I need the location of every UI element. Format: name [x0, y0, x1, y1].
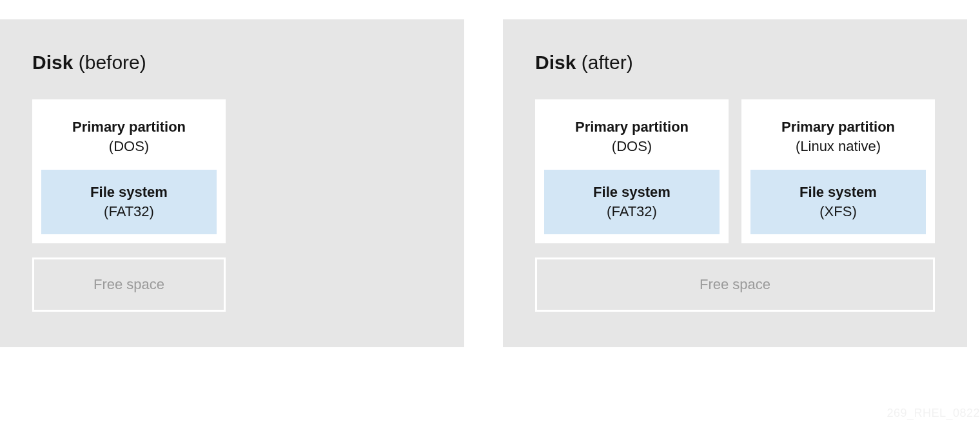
filesystem-box-xfs-after: File system (XFS) [750, 170, 926, 234]
watermark-label: 269_RHEL_0822 [887, 407, 980, 420]
disk-title-strong: Disk [32, 52, 73, 73]
partition-subtitle: (DOS) [41, 137, 217, 156]
disk-panel-before: Disk (before) Primary partition (DOS) Fi… [0, 19, 464, 347]
disk-title-strong: Disk [535, 52, 576, 73]
disk-title-after: Disk (after) [535, 52, 935, 74]
partition-label: Primary partition (DOS) [544, 117, 720, 156]
partition-title: Primary partition [544, 117, 720, 137]
fs-title: File system [48, 183, 210, 202]
filesystem-box-fat32-after: File system (FAT32) [544, 170, 720, 234]
filesystem-box-fat32-before: File system (FAT32) [41, 170, 217, 234]
fs-title: File system [551, 183, 713, 202]
fs-subtitle: (FAT32) [551, 202, 713, 221]
partition-card-dos-after: Primary partition (DOS) File system (FAT… [535, 99, 729, 243]
free-space-before: Free space [32, 257, 226, 312]
fs-subtitle: (FAT32) [48, 202, 210, 221]
disk-title-suffix: (before) [73, 52, 146, 73]
fs-subtitle: (XFS) [757, 202, 919, 221]
partition-label: Primary partition (DOS) [41, 117, 217, 156]
partitions-row-after: Primary partition (DOS) File system (FAT… [535, 99, 935, 243]
partitions-row-before: Primary partition (DOS) File system (FAT… [32, 99, 432, 243]
free-space-label: Free space [700, 276, 770, 292]
partition-card-linux-after: Primary partition (Linux native) File sy… [741, 99, 935, 243]
partition-subtitle: (Linux native) [750, 137, 926, 156]
partition-title: Primary partition [750, 117, 926, 137]
disk-panel-after: Disk (after) Primary partition (DOS) Fil… [503, 19, 967, 347]
free-space-after: Free space [535, 257, 935, 312]
partition-subtitle: (DOS) [544, 137, 720, 156]
partition-label: Primary partition (Linux native) [750, 117, 926, 156]
fs-title: File system [757, 183, 919, 202]
partition-title: Primary partition [41, 117, 217, 137]
diagram-container: Disk (before) Primary partition (DOS) Fi… [0, 0, 980, 367]
partition-card-dos-before: Primary partition (DOS) File system (FAT… [32, 99, 226, 243]
disk-title-before: Disk (before) [32, 52, 432, 74]
free-space-label: Free space [93, 276, 164, 292]
disk-title-suffix: (after) [576, 52, 632, 73]
